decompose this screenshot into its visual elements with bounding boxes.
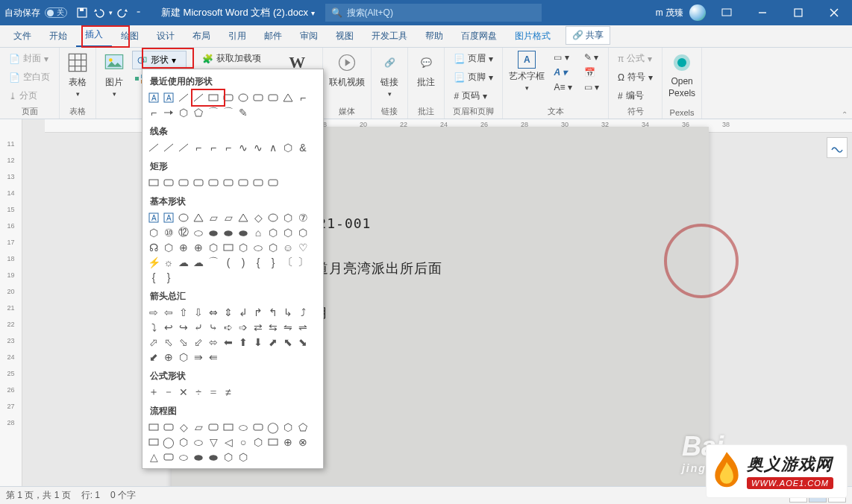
tab-layout[interactable]: 布局 (184, 25, 219, 47)
shape-item[interactable]: ⬡ (177, 435, 190, 449)
pagenum-button[interactable]: # 页码 ▾ (451, 88, 496, 104)
shape-item[interactable] (162, 106, 175, 119)
shape-item[interactable]: ✎ (237, 106, 250, 119)
shape-item[interactable]: ＋ (147, 385, 160, 399)
shape-item[interactable]: ⌐ (222, 141, 235, 154)
shape-item[interactable]: ⬊ (296, 336, 310, 349)
shape-item[interactable]: ∿ (237, 141, 250, 154)
shape-item[interactable]: ⊕ (281, 435, 295, 449)
collapse-ribbon-icon[interactable]: ⌃ (842, 110, 848, 119)
get-addins-button[interactable]: 🧩 获取加载项 (199, 51, 272, 66)
qat-customize-icon[interactable]: ⁼ (134, 9, 143, 17)
shape-item[interactable] (177, 91, 190, 104)
shape-item[interactable]: ⚡ (147, 256, 160, 269)
tab-picture-format[interactable]: 图片格式 (506, 25, 560, 47)
shape-item[interactable]: ⇩ (192, 306, 205, 319)
shape-item[interactable]: ⑦ (296, 211, 310, 224)
shape-item[interactable]: 〔 (281, 256, 295, 269)
shape-item[interactable]: ⬡ (281, 420, 295, 434)
tab-references[interactable]: 引用 (219, 25, 255, 47)
shape-item[interactable]: ⇋ (281, 321, 295, 334)
shape-item[interactable] (162, 420, 175, 434)
status-page[interactable]: 第 1 页，共 1 页 (6, 489, 71, 502)
username[interactable]: m 茂臻 (656, 7, 683, 19)
table-button[interactable]: 表格▾ (66, 51, 90, 98)
shape-item[interactable]: ⊕ (177, 241, 190, 254)
shape-item[interactable]: ⤵ (147, 321, 160, 334)
shape-item[interactable] (147, 141, 160, 154)
shape-item[interactable]: ↩ (162, 321, 175, 334)
pexels-button[interactable]: OpenPexels (668, 51, 695, 98)
shape-item[interactable]: A (162, 91, 175, 104)
tab-baidu[interactable]: 百度网盘 (452, 25, 506, 47)
shape-item[interactable]: ↱ (251, 306, 265, 319)
tab-help[interactable]: 帮助 (416, 25, 452, 47)
shape-item[interactable] (281, 91, 295, 104)
shape-item[interactable]: ⬡ (281, 211, 295, 224)
shape-item[interactable]: ⬡ (222, 450, 235, 464)
shape-item[interactable] (147, 435, 160, 449)
shape-item[interactable]: ↰ (266, 306, 280, 319)
shape-item[interactable]: ⤷ (207, 321, 220, 334)
shape-item[interactable] (237, 91, 250, 104)
shape-item[interactable] (222, 420, 235, 434)
shape-item[interactable]: ↲ (237, 306, 250, 319)
minimize-icon[interactable] (748, 0, 777, 25)
layout-options-icon[interactable] (827, 137, 848, 158)
tab-view[interactable]: 视图 (327, 25, 363, 47)
header-button[interactable]: 📃 页眉 ▾ (451, 51, 496, 66)
undo-chevron-icon[interactable]: ▾ (109, 9, 113, 16)
undo-icon[interactable] (93, 7, 104, 19)
shape-item[interactable]: A (147, 91, 160, 104)
shape-item[interactable]: ▱ (207, 211, 220, 224)
shape-item[interactable]: ⇔ (207, 306, 220, 319)
close-icon[interactable] (819, 0, 849, 25)
shape-item[interactable]: ⊕ (162, 350, 175, 364)
textbox-button[interactable]: A艺术字框▾ (509, 51, 545, 92)
save-icon[interactable] (76, 7, 88, 19)
shape-item[interactable]: △ (147, 450, 160, 464)
autosave-toggle[interactable]: 关 (45, 7, 67, 18)
shape-item[interactable]: ∧ (266, 141, 280, 154)
shape-item[interactable] (192, 91, 205, 104)
shape-item[interactable]: ▽ (207, 435, 220, 449)
shape-item[interactable]: ⬡ (177, 350, 190, 364)
shape-item[interactable] (177, 141, 190, 154)
datetime-icon[interactable]: 📅 (581, 66, 602, 79)
shape-item[interactable]: ⌒ (207, 256, 220, 269)
tab-insert[interactable]: 插入 (76, 24, 112, 47)
shape-item[interactable]: ÷ (192, 385, 205, 399)
status-wordcount[interactable]: 0 个字 (110, 489, 136, 502)
shape-item[interactable]: ⬡ (281, 141, 295, 154)
shape-item[interactable]: ↪ (177, 321, 190, 334)
shape-item[interactable]: ⬭ (192, 226, 205, 239)
shape-item[interactable]: ⬡ (162, 241, 175, 254)
shape-item[interactable]: ⬭ (192, 435, 205, 449)
shape-item[interactable] (192, 176, 205, 189)
shape-item[interactable]: ⌐ (147, 106, 160, 119)
shape-item[interactable]: ◯ (266, 420, 280, 434)
shape-item[interactable]: ⬡ (296, 226, 310, 239)
shape-item[interactable]: ⬡ (237, 241, 250, 254)
footer-button[interactable]: 📃 页脚 ▾ (451, 69, 496, 85)
wordart-icon[interactable]: A ▾ (551, 66, 574, 79)
shape-item[interactable]: ⬡ (281, 226, 295, 239)
shape-item[interactable]: ☼ (162, 256, 175, 269)
shape-item[interactable]: ⬋ (147, 350, 160, 364)
shape-item[interactable] (237, 211, 250, 224)
page-break-button[interactable]: ⤓ 分页 (6, 88, 53, 104)
shape-item[interactable]: ⬇ (251, 336, 265, 349)
tab-draw[interactable]: 绘图 (112, 25, 148, 47)
shape-item[interactable]: ▱ (222, 211, 235, 224)
shape-item[interactable]: ⬠ (192, 106, 205, 119)
shape-item[interactable]: ⌂ (251, 226, 265, 239)
shape-item[interactable]: { (147, 271, 160, 284)
redo-icon[interactable] (117, 7, 129, 19)
shape-item[interactable]: ◇ (177, 420, 190, 434)
shape-item[interactable] (177, 176, 190, 189)
shape-item[interactable]: ⑩ (162, 226, 175, 239)
share-button[interactable]: 🔗 共享 (566, 26, 610, 45)
cover-page-button[interactable]: 📄 封面 ▾ (6, 51, 53, 66)
shape-item[interactable] (147, 176, 160, 189)
shape-item[interactable] (192, 211, 205, 224)
